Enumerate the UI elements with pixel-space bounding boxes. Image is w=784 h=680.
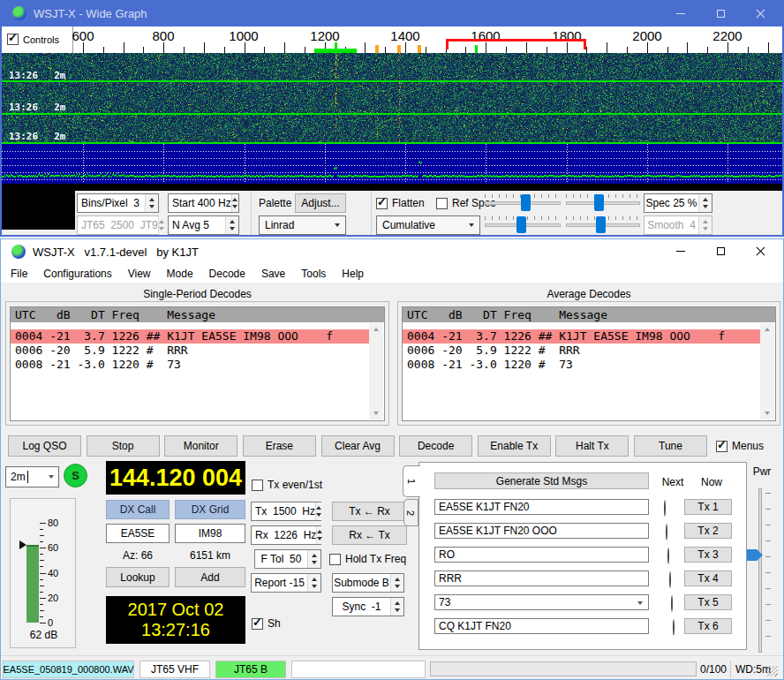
- tx-message-1-field[interactable]: EA5SE K1JT FN20: [434, 499, 649, 515]
- resize-grip-icon[interactable]: [767, 666, 778, 676]
- tab-1[interactable]: 1: [403, 465, 420, 497]
- frequency-scale-canvas[interactable]: [2, 26, 782, 53]
- dx-grid-input[interactable]: IM98: [175, 524, 245, 543]
- spin-down-icon[interactable]: [232, 205, 237, 208]
- tx-message-2-field[interactable]: EA5SE K1JT FN20 OOO: [434, 523, 649, 539]
- menu-file[interactable]: File: [3, 268, 35, 280]
- hold-tx-freq-checkbox[interactable]: Hold Tx Freq: [329, 553, 406, 565]
- tx-even-checkbox[interactable]: Tx even/1st: [252, 479, 322, 491]
- tx-from-rx-button[interactable]: Tx ← Rx: [332, 502, 407, 521]
- close-button[interactable]: [748, 5, 773, 22]
- start-freq-spinner[interactable]: Start 400 Hz: [168, 193, 239, 213]
- tx-message-3-field[interactable]: RO: [434, 547, 649, 563]
- waterfall-display[interactable]: [2, 53, 782, 144]
- slider-handle[interactable]: [521, 194, 531, 211]
- decode-row[interactable]: 0006 -20 5.9 1222 # RRR: [403, 344, 760, 358]
- sync-spinner[interactable]: Sync -1: [332, 597, 404, 616]
- spin-down-icon[interactable]: [395, 585, 400, 588]
- tx-message-1-button[interactable]: Tx 1: [684, 499, 732, 515]
- add-button[interactable]: Add: [175, 567, 245, 587]
- sh-checkbox[interactable]: Sh: [252, 617, 281, 630]
- tune-button[interactable]: Tune: [634, 435, 707, 457]
- menu-view[interactable]: View: [120, 268, 159, 280]
- rx-freq-spinner[interactable]: Rx 1226 Hz: [251, 525, 321, 545]
- halt-tx-button[interactable]: Halt Tx: [555, 435, 629, 457]
- spin-up-icon[interactable]: [230, 220, 235, 223]
- spin-down-icon[interactable]: [312, 561, 317, 564]
- tx-message-2-button[interactable]: Tx 2: [684, 523, 732, 539]
- tx-message-6-button[interactable]: Tx 6: [684, 618, 732, 634]
- scroll-down-icon[interactable]: [765, 412, 770, 415]
- tx-message-3-button[interactable]: Tx 3: [684, 547, 732, 563]
- generate-std-msgs-button[interactable]: Generate Std Msgs: [434, 472, 649, 489]
- decode-row[interactable]: 0008 -21 -3.0 1220 # 73: [403, 358, 760, 372]
- log-qso-button[interactable]: Log QSO: [8, 435, 81, 457]
- tx-message-3-radio[interactable]: [667, 548, 669, 564]
- tx-message-1-radio[interactable]: [664, 500, 666, 517]
- tx-message-4-field[interactable]: RRR: [434, 570, 649, 586]
- spin-up-icon[interactable]: [312, 554, 317, 557]
- dx-grid-header[interactable]: DX Grid: [175, 500, 245, 519]
- menu-save[interactable]: Save: [253, 268, 293, 280]
- decode-row[interactable]: 0008 -21 -3.0 1220 # 73: [11, 358, 369, 372]
- tab-2[interactable]: 2: [403, 499, 418, 526]
- scroll-up-icon[interactable]: [765, 328, 770, 331]
- decode-row[interactable]: 0006 -20 5.9 1222 # RRR: [11, 344, 369, 358]
- erase-button[interactable]: Erase: [243, 435, 316, 457]
- spin-down-icon[interactable]: [230, 227, 235, 230]
- chevron-down-icon[interactable]: [637, 601, 643, 605]
- spec-percent-spinner[interactable]: Spec 25 %: [644, 193, 712, 213]
- sync-status-indicator[interactable]: S: [64, 464, 87, 487]
- spin-up-icon[interactable]: [395, 578, 400, 581]
- monitor-button[interactable]: Monitor: [164, 435, 237, 457]
- minimize-button[interactable]: [668, 5, 693, 22]
- stop-button[interactable]: Stop: [87, 435, 160, 457]
- flatten-checkbox[interactable]: Flatten: [376, 197, 425, 209]
- frequency-display[interactable]: 144.120 004: [106, 461, 245, 495]
- maximize-button[interactable]: [708, 5, 733, 22]
- slider-handle[interactable]: [596, 216, 606, 233]
- tx-message-6-radio[interactable]: [673, 619, 675, 636]
- dx-call-input[interactable]: EA5SE: [106, 524, 170, 543]
- pwr-slider-track[interactable]: [758, 488, 762, 653]
- slider-handle[interactable]: [516, 216, 526, 233]
- spin-up-icon[interactable]: [395, 601, 400, 605]
- main-titlebar[interactable]: WSJT-X v1.7.1-devel by K1JT: [1, 239, 783, 264]
- spin-down-icon[interactable]: [317, 537, 322, 540]
- decode-button[interactable]: Decode: [399, 435, 472, 457]
- spin-up-icon[interactable]: [317, 530, 322, 533]
- scroll-up-icon[interactable]: [373, 328, 379, 331]
- submode-spinner[interactable]: Submode B: [332, 573, 404, 593]
- spin-down-icon[interactable]: [149, 205, 155, 208]
- decode-row[interactable]: 0004 -21 3.7 1226 ## K1JT EA5SE IM98 OOO…: [403, 329, 760, 344]
- spin-down-icon[interactable]: [703, 205, 708, 208]
- tx-message-6-field[interactable]: CQ K1JT FN20: [434, 618, 649, 634]
- scrollbar[interactable]: [369, 323, 383, 419]
- spin-up-icon[interactable]: [149, 198, 155, 201]
- scrollbar[interactable]: [760, 323, 774, 419]
- tx-freq-spinner[interactable]: Tx 1500 Hz: [251, 502, 321, 521]
- tx-message-2-radio[interactable]: [666, 524, 667, 540]
- tx-message-4-button[interactable]: Tx 4: [684, 570, 732, 586]
- scroll-down-icon[interactable]: [373, 412, 379, 415]
- f-tol-spinner[interactable]: F Tol 50: [254, 549, 321, 569]
- rx-from-tx-button[interactable]: Rx ← Tx: [332, 525, 407, 545]
- menu-tools[interactable]: Tools: [293, 268, 334, 280]
- menu-help[interactable]: Help: [334, 268, 372, 280]
- maximize-button[interactable]: [708, 243, 733, 260]
- display-mode-select[interactable]: Cumulative: [376, 215, 480, 235]
- spectrum-display[interactable]: [2, 144, 782, 184]
- dx-call-header[interactable]: DX Call: [106, 500, 170, 519]
- menu-mode[interactable]: Mode: [159, 268, 201, 280]
- n-avg-spinner[interactable]: N Avg 5: [168, 215, 239, 235]
- close-button[interactable]: [748, 243, 773, 260]
- lookup-button[interactable]: Lookup: [106, 567, 170, 587]
- slider-handle[interactable]: [594, 194, 604, 211]
- menus-checkbox[interactable]: Menus: [716, 440, 764, 452]
- band-select[interactable]: 2m: [5, 466, 59, 487]
- spin-up-icon[interactable]: [232, 198, 237, 201]
- spin-down-icon[interactable]: [395, 608, 400, 612]
- tx-message-5-button[interactable]: Tx 5: [684, 594, 732, 610]
- menu-decode[interactable]: Decode: [201, 268, 253, 280]
- spin-down-icon[interactable]: [316, 513, 321, 517]
